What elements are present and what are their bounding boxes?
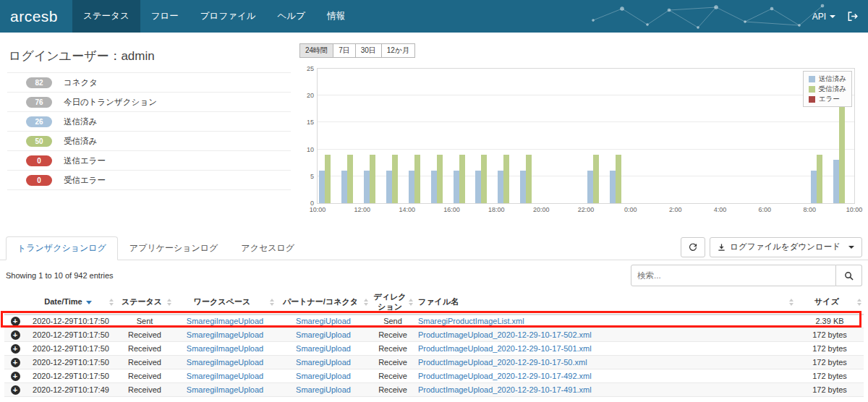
chevron-down-icon bbox=[848, 246, 854, 249]
search-input[interactable] bbox=[631, 265, 836, 286]
chart-bar bbox=[833, 160, 839, 203]
workspace-link[interactable]: SmaregiImageUpload bbox=[187, 330, 263, 339]
chart-legend: 送信済み受信済みエラー bbox=[803, 71, 852, 107]
sort-carets-icon bbox=[857, 299, 861, 306]
range-button-0[interactable]: 24時間 bbox=[299, 43, 333, 58]
filename-link[interactable]: ProductImageUpload_2020-12-29-10-17-50.x… bbox=[418, 358, 587, 367]
nav-item-flows[interactable]: フロー bbox=[140, 0, 190, 33]
stat-transactions-today: 76今日のトランザクション bbox=[7, 93, 291, 112]
transactions-chart: 送信済み受信済みエラー 051015202510:0012:0014:0016:… bbox=[295, 64, 858, 217]
chart-bar bbox=[616, 155, 621, 203]
showing-entries: Showing 1 to 10 of 942 entries bbox=[6, 271, 114, 280]
expand-row-icon[interactable]: + bbox=[11, 344, 20, 354]
range-button-1[interactable]: 7日 bbox=[333, 43, 356, 58]
partner-link[interactable]: SmaregiUpload bbox=[296, 330, 351, 339]
partner-link[interactable]: SmaregiUpload bbox=[296, 317, 351, 325]
search-button[interactable] bbox=[836, 265, 862, 286]
column-header-workspace[interactable]: ワークスペース bbox=[174, 291, 276, 315]
filename-link[interactable]: ProductImageUpload_2020-12-29-10-17-492.… bbox=[418, 372, 592, 380]
partner-link[interactable]: SmaregiUpload bbox=[296, 372, 351, 380]
filename-link[interactable]: ProductImageUpload_2020-12-29-10-17-502.… bbox=[418, 330, 592, 339]
log-tabs-row: トランザクションログアプリケーションログアクセスログ ログファイルをダウンロード bbox=[0, 236, 868, 260]
table-row[interactable]: +2020-12-29T10:17:50ReceivedSmaregiImage… bbox=[4, 356, 864, 369]
chart-bar bbox=[610, 171, 616, 203]
download-icon bbox=[718, 243, 726, 252]
stat-label-send-errors: 送信エラー bbox=[64, 155, 106, 166]
expand-row-icon[interactable]: + bbox=[11, 385, 20, 395]
workspace-link[interactable]: SmaregiImageUpload bbox=[187, 358, 263, 367]
legend-item: エラー bbox=[809, 94, 846, 104]
workspace-link[interactable]: SmaregiImageUpload bbox=[187, 344, 263, 353]
cell-workspace: SmaregiImageUpload bbox=[174, 328, 276, 342]
api-dropdown[interactable]: API bbox=[812, 12, 835, 22]
column-header-filename[interactable]: ファイル名 bbox=[415, 291, 796, 315]
sort-desc-icon bbox=[86, 301, 92, 304]
filename-link[interactable]: ProductImageUpload_2020-12-29-10-17-501.… bbox=[418, 344, 592, 353]
tab-application-log[interactable]: アプリケーションログ bbox=[118, 236, 230, 260]
nav-item-about[interactable]: 情報 bbox=[316, 0, 356, 33]
partner-link[interactable]: SmaregiUpload bbox=[296, 358, 351, 367]
expand-row-icon[interactable]: + bbox=[11, 358, 20, 367]
partner-link[interactable]: SmaregiUpload bbox=[296, 344, 351, 353]
cell-size: 172 bytes bbox=[796, 369, 864, 383]
refresh-button[interactable] bbox=[681, 237, 705, 257]
range-button-3[interactable]: 12か月 bbox=[381, 43, 415, 58]
cell-datetime: 2020-12-29T10:17:50 bbox=[26, 356, 116, 369]
stat-badge-connectors: 82 bbox=[26, 77, 52, 88]
range-button-2[interactable]: 30日 bbox=[355, 43, 382, 58]
chevron-down-icon bbox=[830, 15, 835, 18]
expand-row-icon[interactable]: + bbox=[11, 372, 20, 381]
cell-datetime: 2020-12-29T10:17:50 bbox=[26, 342, 116, 356]
chart-bar bbox=[481, 155, 487, 203]
cell-expand: + bbox=[4, 342, 26, 356]
table-row[interactable]: +2020-12-29T10:17:50SentSmaregiImageUplo… bbox=[4, 315, 864, 328]
column-header-direction[interactable]: ディレクション bbox=[370, 291, 415, 315]
workspace-link[interactable]: SmaregiImageUpload bbox=[187, 385, 263, 394]
brand-logo[interactable]: arcesb bbox=[0, 8, 72, 25]
download-log-button[interactable]: ログファイルをダウンロード bbox=[710, 237, 862, 257]
logout-icon bbox=[847, 11, 858, 22]
cell-expand: + bbox=[4, 356, 26, 369]
cell-direction: Receive bbox=[370, 383, 415, 397]
filename-link[interactable]: SmaregiProductImageList.xml bbox=[418, 317, 524, 325]
tab-access-log[interactable]: アクセスログ bbox=[229, 236, 306, 260]
cell-direction: Receive bbox=[370, 342, 415, 356]
cell-expand: + bbox=[4, 328, 26, 342]
table-row[interactable]: +2020-12-29T10:17:50ReceivedSmaregiImage… bbox=[4, 369, 864, 383]
cell-partner: SmaregiUpload bbox=[276, 369, 370, 383]
cell-status: Received bbox=[116, 369, 174, 383]
nav-item-help[interactable]: ヘルプ bbox=[267, 0, 316, 33]
chart-bar bbox=[839, 90, 845, 203]
workspace-link[interactable]: SmaregiImageUpload bbox=[187, 372, 263, 380]
expand-row-icon[interactable]: + bbox=[11, 317, 20, 326]
cell-filename: SmaregiProductImageList.xml bbox=[415, 315, 796, 328]
cell-direction: Receive bbox=[370, 328, 415, 342]
column-header-size[interactable]: サイズ bbox=[796, 291, 864, 315]
legend-swatch-icon bbox=[809, 76, 815, 82]
chart-bar bbox=[437, 155, 443, 203]
table-row[interactable]: +2020-12-29T10:17:50ReceivedSmaregiImage… bbox=[4, 328, 864, 342]
workspace-link[interactable]: SmaregiImageUpload bbox=[187, 317, 263, 325]
partner-link[interactable]: SmaregiUpload bbox=[296, 385, 351, 394]
nav-item-status[interactable]: ステータス bbox=[72, 0, 140, 33]
expand-row-icon[interactable]: + bbox=[11, 330, 20, 340]
tab-transaction-log[interactable]: トランザクションログ bbox=[6, 236, 118, 260]
stat-label-received: 受信済み bbox=[64, 136, 97, 147]
column-header-status[interactable]: ステータス bbox=[116, 291, 174, 315]
stat-label-sent: 送信済み bbox=[64, 116, 97, 127]
logout-button[interactable] bbox=[847, 11, 858, 22]
cell-workspace: SmaregiImageUpload bbox=[174, 383, 276, 397]
cell-partner: SmaregiUpload bbox=[276, 383, 370, 397]
cell-status: Received bbox=[116, 328, 174, 342]
table-row[interactable]: +2020-12-29T10:17:50ReceivedSmaregiImage… bbox=[4, 342, 864, 356]
cell-filename: ProductImageUpload_2020-12-29-10-17-502.… bbox=[415, 328, 796, 342]
table-row[interactable]: +2020-12-29T10:17:49ReceivedSmaregiImage… bbox=[4, 383, 864, 397]
main-nav: ステータスフロープロファイルヘルプ情報 bbox=[72, 0, 356, 33]
column-header-partner[interactable]: パートナー/コネクタ bbox=[276, 291, 370, 315]
nav-item-profiles[interactable]: プロファイル bbox=[190, 0, 267, 33]
chart-bar bbox=[392, 155, 398, 203]
cell-filename: ProductImageUpload_2020-12-29-10-17-501.… bbox=[415, 342, 796, 356]
cell-workspace: SmaregiImageUpload bbox=[174, 315, 276, 328]
column-header-datetime[interactable]: Date/Time bbox=[26, 291, 116, 315]
filename-link[interactable]: ProductImageUpload_2020-12-29-10-17-491.… bbox=[418, 385, 592, 394]
